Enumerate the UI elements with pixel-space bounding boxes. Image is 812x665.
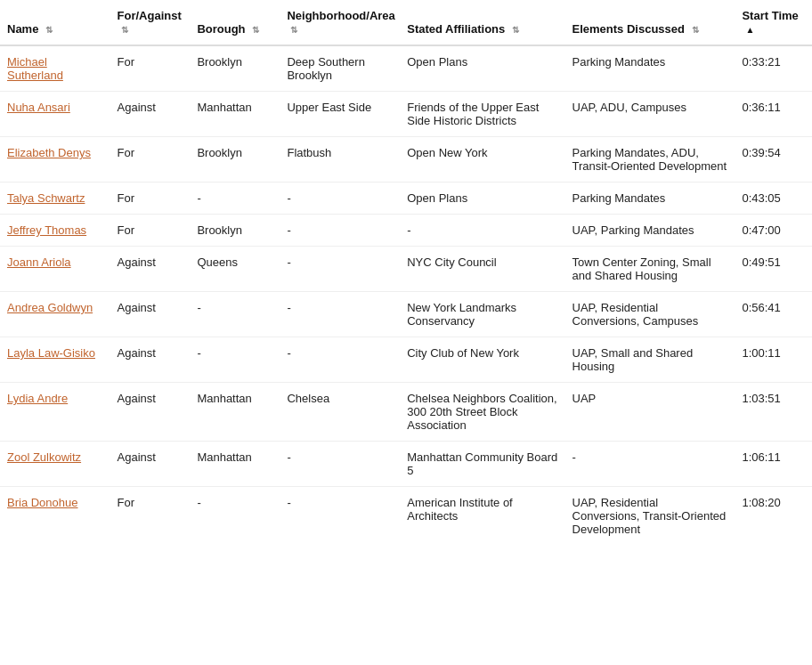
col-header-neighborhood[interactable]: Neighborhood/Area ⇅ [280,0,400,45]
cell-start-time: 1:08:20 [735,487,812,546]
cell-affiliations: Manhattan Community Board 5 [400,442,564,487]
col-header-borough[interactable]: Borough ⇅ [190,0,280,45]
cell-affiliations: Chelsea Neighbors Coalition, 300 20th St… [400,383,564,442]
cell-neighborhood: - [280,442,400,487]
cell-for-against: For [110,45,191,92]
cell-borough: Manhattan [190,383,280,442]
cell-for-against: Against [110,337,191,383]
col-header-start-time-label: Start Time [742,9,798,22]
table-row: Michael SutherlandForBrooklynDeep Southe… [0,45,812,92]
sort-icon-for-against: ⇅ [121,25,128,35]
name-link[interactable]: Bria Donohue [7,496,78,509]
cell-elements: Parking Mandates [565,45,735,92]
cell-elements: Parking Mandates, ADU, Transit-Oriented … [565,137,735,182]
table-row: Joann AriolaAgainstQueens-NYC City Counc… [0,247,812,292]
cell-elements: - [565,442,735,487]
main-table: Name ⇅ For/Against ⇅ Borough ⇅ Neighborh… [0,0,812,545]
table-container: Name ⇅ For/Against ⇅ Borough ⇅ Neighborh… [0,0,812,545]
name-link[interactable]: Michael Sutherland [7,55,63,82]
cell-name: Bria Donohue [0,487,110,546]
cell-start-time: 1:00:11 [735,337,812,383]
cell-elements: Parking Mandates [565,182,735,215]
name-link[interactable]: Elizabeth Denys [7,146,91,159]
name-link[interactable]: Talya Schwartz [7,191,85,205]
cell-for-against: Against [110,292,191,337]
cell-borough: Manhattan [190,442,280,487]
cell-borough: Brooklyn [190,215,280,247]
cell-start-time: 0:43:05 [735,182,812,215]
cell-affiliations: Open Plans [400,45,564,92]
table-row: Layla Law-GisikoAgainst--City Club of Ne… [0,337,812,383]
cell-for-against: For [110,137,191,182]
cell-affiliations: - [400,215,564,247]
name-link[interactable]: Layla Law-Gisiko [7,346,95,360]
cell-neighborhood: - [280,247,400,292]
table-body: Michael SutherlandForBrooklynDeep Southe… [0,45,812,545]
name-link[interactable]: Lydia Andre [7,392,68,405]
cell-name: Zool Zulkowitz [0,442,110,487]
cell-start-time: 0:49:51 [735,247,812,292]
col-header-affiliations-label: Stated Affiliations [407,22,505,36]
cell-for-against: For [110,487,191,546]
table-row: Talya SchwartzFor--Open PlansParking Man… [0,182,812,215]
table-row: Zool ZulkowitzAgainstManhattan-Manhattan… [0,442,812,487]
cell-start-time: 0:56:41 [735,292,812,337]
name-link[interactable]: Nuha Ansari [7,101,70,114]
name-link[interactable]: Joann Ariola [7,255,71,269]
cell-start-time: 0:47:00 [735,215,812,247]
cell-start-time: 1:03:51 [735,383,812,442]
cell-elements: UAP, ADU, Campuses [565,92,735,137]
sort-icon-borough: ⇅ [252,25,259,35]
cell-name: Elizabeth Denys [0,137,110,182]
col-header-elements[interactable]: Elements Discussed ⇅ [565,0,735,45]
cell-name: Joann Ariola [0,247,110,292]
name-link[interactable]: Andrea Goldwyn [7,301,93,314]
cell-affiliations: NYC City Council [400,247,564,292]
col-header-name-label: Name [7,22,38,36]
cell-name: Andrea Goldwyn [0,292,110,337]
cell-name: Lydia Andre [0,383,110,442]
cell-for-against: Against [110,442,191,487]
table-header-row: Name ⇅ For/Against ⇅ Borough ⇅ Neighborh… [0,0,812,45]
col-header-for-against[interactable]: For/Against ⇅ [110,0,191,45]
col-header-neighborhood-label: Neighborhood/Area [287,9,394,22]
table-row: Andrea GoldwynAgainst--New York Landmark… [0,292,812,337]
cell-borough: Queens [190,247,280,292]
cell-name: Layla Law-Gisiko [0,337,110,383]
cell-neighborhood: Flatbush [280,137,400,182]
cell-start-time: 0:39:54 [735,137,812,182]
cell-borough: Brooklyn [190,137,280,182]
name-link[interactable]: Zool Zulkowitz [7,450,81,464]
cell-for-against: For [110,215,191,247]
cell-start-time: 0:36:11 [735,92,812,137]
cell-borough: Brooklyn [190,45,280,92]
cell-elements: Town Center Zoning, Small and Shared Hou… [565,247,735,292]
cell-elements: UAP, Small and Shared Housing [565,337,735,383]
cell-elements: UAP, Residential Conversions, Transit-Or… [565,487,735,546]
cell-neighborhood: Chelsea [280,383,400,442]
sort-icon-start-time: ▲ [745,25,754,35]
cell-borough: Manhattan [190,92,280,137]
col-header-affiliations[interactable]: Stated Affiliations ⇅ [400,0,564,45]
cell-for-against: Against [110,92,191,137]
table-row: Nuha AnsariAgainstManhattanUpper East Si… [0,92,812,137]
cell-affiliations: New York Landmarks Conservancy [400,292,564,337]
col-header-start-time[interactable]: Start Time ▲ [735,0,812,45]
col-header-for-against-label: For/Against [118,9,182,22]
cell-borough: - [190,182,280,215]
sort-icon-neighborhood: ⇅ [290,25,297,35]
cell-neighborhood: - [280,292,400,337]
sort-icon-affiliations: ⇅ [512,25,519,35]
cell-neighborhood: - [280,215,400,247]
cell-neighborhood: Upper East Side [280,92,400,137]
cell-for-against: For [110,182,191,215]
table-row: Jeffrey ThomasForBrooklyn--UAP, Parking … [0,215,812,247]
sort-icon-name: ⇅ [45,25,53,35]
cell-borough: - [190,337,280,383]
cell-name: Nuha Ansari [0,92,110,137]
cell-neighborhood: - [280,487,400,546]
name-link[interactable]: Jeffrey Thomas [7,223,86,237]
cell-start-time: 1:06:11 [735,442,812,487]
col-header-name[interactable]: Name ⇅ [0,0,110,45]
cell-affiliations: American Institute of Architects [400,487,564,546]
